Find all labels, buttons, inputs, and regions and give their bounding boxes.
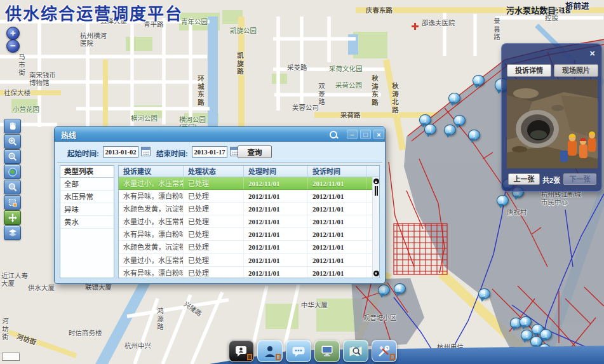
start-date-input[interactable] [103, 146, 138, 158]
app-window: 青年公园凯旋公园青平路迈泽大厦杭州横河 医院马市街南宋钱币 博物馆社保大楼小营花… [0, 0, 604, 364]
map-marker[interactable]: ! [497, 195, 509, 206]
type-list-item[interactable]: 黄水 [60, 216, 114, 229]
close-button[interactable]: × [373, 130, 384, 139]
chat-dock-button[interactable] [286, 340, 311, 362]
table-row[interactable]: 水量过小，水压常常不已处理2012/11/012012/11/01 [119, 177, 379, 190]
pan-move-button[interactable] [4, 210, 21, 225]
minimize-button[interactable]: – [347, 130, 358, 139]
full-extent-button[interactable] [4, 165, 21, 179]
hotline-titlebar[interactable]: 热线 – □ × [55, 127, 385, 142]
map-marker[interactable]: ! [520, 316, 532, 327]
layers-button[interactable] [4, 226, 21, 240]
scene-photo-image [507, 79, 598, 168]
monitor-dock-button[interactable] [314, 340, 340, 362]
table-row[interactable]: 水量过小，水压常常不已处理2012/11/012012/11/01 [119, 254, 379, 267]
table-body: 水量过小，水压常常不已处理2012/11/012012/11/01水有异味，漂白… [119, 177, 379, 278]
zoom-out-tool-button[interactable] [4, 149, 21, 164]
pipe-dense-block [394, 224, 447, 274]
map-zoom-out-button[interactable]: − [6, 39, 20, 53]
map-label: 杭州钱江新城 市民中心 [541, 191, 581, 206]
table-row[interactable]: 水有异味，漂白粉味道已处理2012/11/012012/11/01 [119, 228, 379, 241]
magnifier-icon [8, 182, 18, 192]
map-label: 马市街 [18, 53, 25, 78]
map-marker[interactable]: ! [424, 124, 436, 135]
type-list-panel: 类型列表 全部水压异常异味黄水 [60, 165, 114, 278]
table-cell: 水量过小，水压常常不 [119, 177, 184, 189]
map-marker[interactable]: ! [453, 115, 466, 126]
map-label: 采菱路 [287, 64, 307, 71]
map-marker[interactable]: ! [444, 125, 456, 135]
scrollbar-thumb[interactable] [375, 186, 378, 196]
zoom-in-tool-button[interactable] [4, 134, 21, 149]
column-header[interactable]: 投诉时间 [308, 166, 366, 177]
map-marker[interactable]: ! [378, 285, 390, 295]
table-row[interactable]: 水有异味，漂白粉味道已处理2012/11/012012/11/01 [119, 190, 379, 203]
end-time-label: 结束时间: [156, 148, 188, 158]
table-cell: 已处理 [184, 228, 244, 240]
table-cell: 2012/11/01 [308, 241, 366, 253]
table-cell: 已处理 [184, 241, 244, 253]
table-cell: 已处理 [184, 254, 244, 266]
tools-dock-button[interactable] [372, 340, 397, 362]
type-list-item[interactable]: 异味 [60, 203, 114, 216]
tab-scene-photo[interactable]: 现场照片 [554, 64, 598, 77]
table-cell: 已处理 [184, 267, 244, 278]
map-toolbar [4, 119, 22, 241]
map-marker[interactable]: ! [468, 130, 480, 140]
user-message-dock-button[interactable] [229, 340, 254, 362]
table-cell: 2012/11/01 [244, 203, 308, 215]
maximize-button[interactable]: □ [360, 130, 371, 139]
table-cell: 2012/11/01 [308, 228, 366, 240]
dock-badge [247, 354, 252, 360]
bottom-dock [229, 340, 400, 362]
start-calendar-icon[interactable] [141, 147, 151, 156]
map-marker[interactable]: ! [448, 93, 460, 104]
table-row[interactable]: 水有异味，漂白粉味道已处理2012/11/012012/11/01 [119, 267, 379, 278]
prev-photo-button[interactable]: 上一张 [508, 173, 540, 185]
dock-badge [390, 354, 395, 360]
map-label: 鸿源路 [156, 307, 164, 332]
map-label: 河坊街 [1, 318, 9, 342]
map-label: 庆春东路 [366, 6, 393, 14]
column-header[interactable]: 投诉建议 [119, 166, 184, 177]
user-dock-button[interactable] [257, 340, 283, 362]
table-cell: 水颜色发黄，沉淀物很 [119, 241, 184, 253]
map-label: 近江人寿 大厦 [1, 272, 28, 287]
type-list-item[interactable]: 全部 [60, 178, 114, 191]
select-area-button[interactable] [4, 195, 21, 210]
next-photo-button[interactable]: 下一张 [563, 173, 596, 185]
table-row[interactable]: 水颜色发黄，沉淀物很已处理2012/11/012012/11/01 [119, 241, 379, 253]
scroll-down-icon[interactable] [373, 271, 379, 276]
map-label: 环城东路 [197, 75, 205, 107]
table-scrollbar[interactable] [372, 177, 379, 278]
map-label: 杭州中兴 [124, 342, 151, 349]
scroll-up-icon[interactable] [373, 179, 379, 184]
map-label: 青年公园 [181, 18, 208, 25]
type-list-item[interactable]: 水压异常 [60, 191, 114, 203]
map-label: 小营花园 [13, 105, 39, 113]
column-header[interactable]: 处理时间 [244, 166, 308, 177]
map-marker[interactable]: ! [478, 288, 490, 299]
pan-hand-button[interactable] [4, 119, 21, 133]
map-zoom-in-button[interactable]: + [6, 27, 20, 40]
table-cell: 已处理 [184, 203, 244, 215]
select-area-icon [8, 198, 18, 208]
table-row[interactable]: 水颜色发黄，沉淀物很已处理2012/11/012012/11/01 [119, 203, 379, 215]
table-cell: 2012/11/01 [308, 267, 366, 278]
map-marker[interactable]: ! [394, 283, 406, 294]
table-row[interactable]: 水量过小，水压常常不已处理2012/11/012012/11/01 [119, 215, 379, 228]
end-date-input[interactable] [192, 146, 227, 158]
column-header[interactable]: 处理状态 [184, 166, 244, 177]
panel-close-icon[interactable]: × [589, 49, 595, 58]
map-search-tool-button[interactable] [4, 180, 21, 194]
map-label: 供水大厦 [28, 284, 55, 292]
titlebar-magnifier-icon[interactable] [329, 130, 338, 139]
tab-complaint-detail[interactable]: 投诉详情 [507, 64, 551, 77]
table-cell: 2012/11/01 [308, 177, 366, 189]
monitor-icon [319, 344, 335, 358]
map-search-dock-button[interactable] [343, 340, 368, 362]
map-label: 联银大厦 [85, 283, 112, 291]
hotline-title: 热线 [61, 130, 76, 140]
map-marker[interactable]: ! [473, 75, 485, 86]
query-button[interactable]: 查询 [238, 145, 272, 158]
